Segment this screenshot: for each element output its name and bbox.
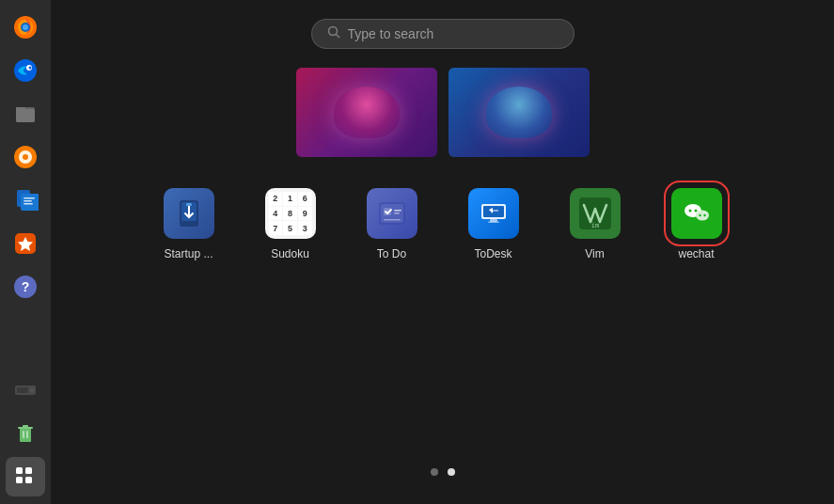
workspace-thumbnail-1[interactable] xyxy=(296,68,437,157)
app-item-vim[interactable]: im Vim xyxy=(558,185,633,260)
sudoku-cell: 4 xyxy=(269,207,283,221)
app-item-todo[interactable]: To Do xyxy=(354,185,430,260)
svg-rect-37 xyxy=(186,203,192,206)
sidebar-item-optical[interactable] xyxy=(6,370,45,410)
todesk-label: ToDesk xyxy=(474,247,511,260)
svg-point-53 xyxy=(688,210,691,213)
todesk-icon xyxy=(468,188,519,239)
app-grid: Startup ... 2 1 6 4 8 9 7 5 3 Sudoku xyxy=(151,185,734,260)
thunderbird-icon xyxy=(12,57,39,84)
svg-rect-22 xyxy=(17,387,28,393)
svg-rect-15 xyxy=(24,197,35,199)
help-icon: ? xyxy=(12,274,39,300)
svg-rect-17 xyxy=(24,203,33,205)
vim-icon-wrap: im xyxy=(567,185,623,242)
sudoku-icon: 2 1 6 4 8 9 7 5 3 xyxy=(265,188,316,239)
search-bar[interactable] xyxy=(311,19,574,49)
sudoku-cell: 3 xyxy=(298,221,312,235)
firefox-icon xyxy=(12,14,39,40)
svg-rect-45 xyxy=(483,206,504,217)
svg-point-54 xyxy=(694,210,697,213)
sidebar-item-software-center[interactable] xyxy=(6,224,45,263)
app-item-wechat[interactable]: wechat xyxy=(659,185,734,260)
sudoku-cell: 7 xyxy=(269,221,283,235)
svg-point-33 xyxy=(328,27,337,36)
svg-rect-41 xyxy=(394,210,401,212)
svg-point-6 xyxy=(29,67,32,70)
svg-rect-16 xyxy=(24,200,32,202)
svg-point-23 xyxy=(30,388,34,392)
vim-label: Vim xyxy=(585,247,604,260)
startup-label: Startup ... xyxy=(164,247,212,260)
app-item-sudoku[interactable]: 2 1 6 4 8 9 7 5 3 Sudoku xyxy=(253,185,328,260)
show-apps-icon xyxy=(12,464,39,490)
svg-rect-28 xyxy=(26,431,28,438)
sudoku-label: Sudoku xyxy=(271,247,309,260)
sidebar-item-trash[interactable] xyxy=(6,414,45,453)
sidebar-item-help[interactable]: ? xyxy=(6,267,45,307)
search-icon xyxy=(327,25,340,42)
sidebar-item-thunderbird[interactable] xyxy=(6,51,45,90)
app-item-todesk[interactable]: ToDesk xyxy=(456,185,531,260)
svg-point-4 xyxy=(14,59,37,82)
svg-line-34 xyxy=(336,35,339,39)
todesk-icon-wrap xyxy=(465,185,522,242)
page-dot-2[interactable] xyxy=(448,468,455,476)
svg-point-56 xyxy=(703,214,705,216)
svg-rect-31 xyxy=(16,477,23,483)
svg-rect-42 xyxy=(394,213,400,214)
svg-rect-30 xyxy=(25,467,32,474)
vim-icon: im xyxy=(570,188,621,239)
sidebar-item-files[interactable] xyxy=(6,94,45,134)
main-area: Startup ... 2 1 6 4 8 9 7 5 3 Sudoku xyxy=(51,0,834,504)
svg-rect-14 xyxy=(21,194,39,211)
sudoku-cell: 9 xyxy=(298,207,312,221)
svg-rect-27 xyxy=(23,431,24,438)
sidebar-item-firefox[interactable] xyxy=(6,8,45,47)
sudoku-icon-wrap: 2 1 6 4 8 9 7 5 3 xyxy=(262,185,319,242)
svg-text:im: im xyxy=(590,222,598,229)
svg-rect-47 xyxy=(488,222,499,224)
page-dot-1[interactable] xyxy=(431,468,438,476)
sudoku-cell: 1 xyxy=(283,192,297,206)
wechat-label: wechat xyxy=(678,247,714,260)
page-dots xyxy=(431,468,455,476)
software-center-icon xyxy=(12,230,39,257)
todo-icon-wrap xyxy=(364,185,420,242)
svg-point-3 xyxy=(23,24,28,30)
wechat-svg xyxy=(679,196,715,231)
startup-svg xyxy=(172,197,206,230)
sidebar: ? xyxy=(0,0,51,504)
optical-icon xyxy=(12,377,39,403)
sudoku-cell: 6 xyxy=(298,192,312,206)
svg-point-12 xyxy=(23,154,28,160)
svg-rect-29 xyxy=(16,467,23,474)
svg-point-52 xyxy=(696,211,709,221)
svg-text:?: ? xyxy=(22,279,30,294)
app-item-startup[interactable]: Startup ... xyxy=(151,185,227,260)
show-apps-button[interactable] xyxy=(6,457,45,496)
startup-icon-wrap xyxy=(161,185,217,242)
todo-icon xyxy=(367,188,417,239)
svg-rect-32 xyxy=(25,477,32,483)
sidebar-item-rhythmbox[interactable] xyxy=(6,137,45,177)
todo-label: To Do xyxy=(377,247,406,260)
svg-rect-26 xyxy=(23,425,28,428)
startup-icon xyxy=(164,188,214,239)
todesk-svg xyxy=(477,197,511,230)
vim-svg: im xyxy=(577,196,613,231)
todo-svg xyxy=(376,197,408,229)
workspace-thumbnail-2[interactable] xyxy=(448,68,590,157)
sudoku-cell: 5 xyxy=(283,221,297,235)
wechat-icon-wrap xyxy=(669,185,725,242)
thumbnails-row xyxy=(296,68,590,157)
wechat-icon xyxy=(671,188,722,239)
sidebar-item-document-viewer[interactable] xyxy=(6,181,45,220)
trash-icon xyxy=(12,420,39,447)
document-viewer-icon xyxy=(12,187,39,213)
svg-rect-9 xyxy=(16,109,35,122)
svg-rect-43 xyxy=(384,219,401,221)
sudoku-cell: 2 xyxy=(269,192,283,206)
svg-point-55 xyxy=(699,214,700,216)
search-input[interactable] xyxy=(348,26,536,41)
